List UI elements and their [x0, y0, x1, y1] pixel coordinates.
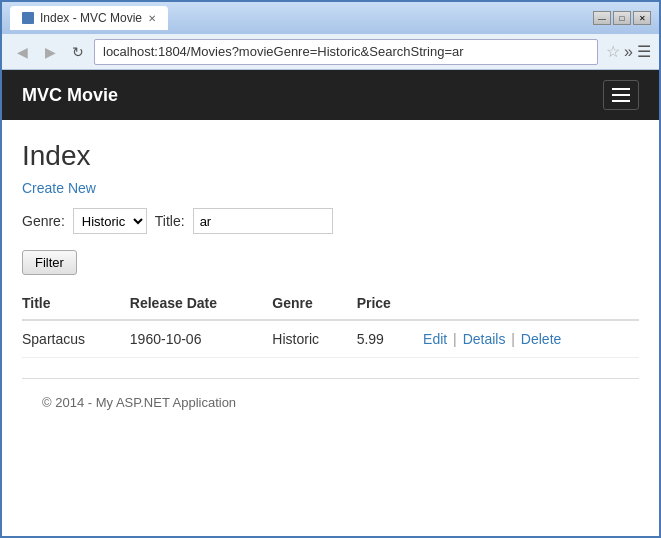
cell-genre: Historic [272, 320, 356, 358]
footer-text: © 2014 - My ASP.NET Application [42, 395, 236, 410]
col-genre: Genre [272, 287, 356, 320]
tab-area: Index - MVC Movie ✕ [10, 6, 589, 30]
tab-title: Index - MVC Movie [40, 11, 142, 25]
browser-tab[interactable]: Index - MVC Movie ✕ [10, 6, 168, 30]
table-row: Spartacus 1960-10-06 Historic 5.99 Edit … [22, 320, 639, 358]
action-links: Edit | Details | Delete [423, 331, 561, 347]
filter-button[interactable]: Filter [22, 250, 77, 275]
maximize-button[interactable]: □ [613, 11, 631, 25]
app-header: MVC Movie [2, 70, 659, 120]
col-release-date: Release Date [130, 287, 273, 320]
col-actions [423, 287, 639, 320]
separator-1: | [453, 331, 461, 347]
col-price: Price [357, 287, 423, 320]
col-title: Title [22, 287, 130, 320]
genre-label: Genre: [22, 213, 65, 229]
browser-window: Index - MVC Movie ✕ — □ ✕ ◀ ▶ ↻ localhos… [0, 0, 661, 538]
nav-extra-button[interactable]: » [624, 43, 633, 61]
app-title: MVC Movie [22, 85, 118, 106]
page-title: Index [22, 140, 639, 172]
table-header-row: Title Release Date Genre Price [22, 287, 639, 320]
tab-close-button[interactable]: ✕ [148, 13, 156, 24]
menu-icon[interactable]: ☰ [637, 42, 651, 61]
close-button[interactable]: ✕ [633, 11, 651, 25]
bookmark-icon[interactable]: ☆ [606, 42, 620, 61]
cell-actions: Edit | Details | Delete [423, 320, 639, 358]
filter-row: Genre: All Action Classic Drama Historic… [22, 208, 639, 234]
cell-title: Spartacus [22, 320, 130, 358]
refresh-button[interactable]: ↻ [66, 40, 90, 64]
title-label: Title: [155, 213, 185, 229]
details-link[interactable]: Details [463, 331, 506, 347]
nav-bar: ◀ ▶ ↻ localhost:1804/Movies?movieGenre=H… [2, 34, 659, 70]
delete-link[interactable]: Delete [521, 331, 561, 347]
forward-button[interactable]: ▶ [38, 40, 62, 64]
footer: © 2014 - My ASP.NET Application [22, 378, 639, 426]
hamburger-line-3 [612, 100, 630, 102]
hamburger-line-1 [612, 88, 630, 90]
back-button[interactable]: ◀ [10, 40, 34, 64]
tab-favicon [22, 12, 34, 24]
title-search-input[interactable] [193, 208, 333, 234]
separator-2: | [511, 331, 519, 347]
main-content: Index Create New Genre: All Action Class… [2, 120, 659, 536]
title-bar: Index - MVC Movie ✕ — □ ✕ [2, 2, 659, 34]
movies-table: Title Release Date Genre Price Spartacus… [22, 287, 639, 358]
cell-release-date: 1960-10-06 [130, 320, 273, 358]
genre-select[interactable]: All Action Classic Drama Historic Thrill… [73, 208, 147, 234]
window-controls: — □ ✕ [593, 11, 651, 25]
edit-link[interactable]: Edit [423, 331, 447, 347]
address-bar[interactable]: localhost:1804/Movies?movieGenre=Histori… [94, 39, 598, 65]
cell-price: 5.99 [357, 320, 423, 358]
minimize-button[interactable]: — [593, 11, 611, 25]
create-new-link[interactable]: Create New [22, 180, 96, 196]
hamburger-menu[interactable] [603, 80, 639, 110]
url-text: localhost:1804/Movies?movieGenre=Histori… [103, 44, 464, 59]
hamburger-line-2 [612, 94, 630, 96]
